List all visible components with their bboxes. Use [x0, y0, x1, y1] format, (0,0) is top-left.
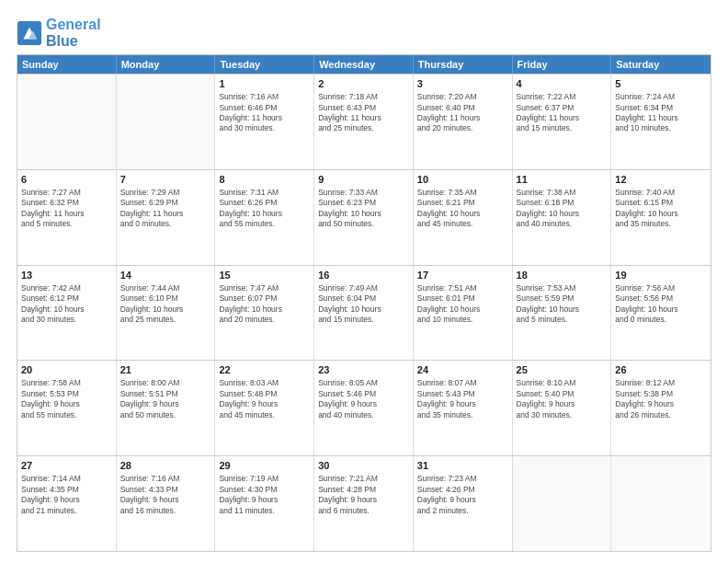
calendar-row-2: 6Sunrise: 7:27 AMSunset: 6:32 PMDaylight… — [17, 169, 711, 265]
header-day-tuesday: Tuesday — [215, 55, 314, 74]
page: General Blue SundayMondayTuesdayWednesda… — [0, 0, 728, 563]
calendar-header: SundayMondayTuesdayWednesdayThursdayFrid… — [17, 55, 711, 74]
day-number: 10 — [417, 173, 508, 187]
day-number: 17 — [417, 269, 508, 282]
day-content: Sunrise: 8:12 AMSunset: 5:38 PMDaylight:… — [615, 378, 707, 420]
day-cell-1: 1Sunrise: 7:16 AMSunset: 6:46 PMDaylight… — [215, 75, 314, 169]
day-content: Sunrise: 7:33 AMSunset: 6:23 PMDaylight:… — [318, 188, 409, 230]
day-cell-20: 20Sunrise: 7:58 AMSunset: 5:53 PMDayligh… — [17, 361, 117, 455]
day-number: 25 — [517, 363, 608, 377]
empty-cell — [117, 75, 216, 169]
day-cell-21: 21Sunrise: 8:00 AMSunset: 5:51 PMDayligh… — [117, 361, 216, 455]
day-content: Sunrise: 7:22 AMSunset: 6:37 PMDaylight:… — [517, 92, 608, 134]
day-number: 6 — [21, 173, 112, 187]
day-cell-31: 31Sunrise: 7:23 AMSunset: 4:26 PMDayligh… — [414, 456, 513, 551]
day-content: Sunrise: 7:14 AMSunset: 4:35 PMDaylight:… — [21, 474, 112, 516]
empty-cell — [611, 456, 711, 551]
day-number: 28 — [120, 459, 211, 473]
day-cell-12: 12Sunrise: 7:40 AMSunset: 6:15 PMDayligh… — [611, 170, 711, 265]
logo-icon — [17, 20, 42, 46]
day-number: 12 — [615, 173, 707, 187]
logo: General Blue — [17, 17, 101, 49]
day-cell-2: 2Sunrise: 7:18 AMSunset: 6:43 PMDaylight… — [314, 75, 414, 169]
day-cell-19: 19Sunrise: 7:56 AMSunset: 5:56 PMDayligh… — [611, 266, 711, 361]
day-content: Sunrise: 7:27 AMSunset: 6:32 PMDaylight:… — [21, 188, 112, 230]
day-content: Sunrise: 7:51 AMSunset: 6:01 PMDaylight:… — [417, 283, 508, 326]
day-cell-6: 6Sunrise: 7:27 AMSunset: 6:32 PMDaylight… — [17, 170, 117, 265]
day-number: 3 — [417, 77, 508, 91]
day-number: 11 — [517, 173, 608, 187]
header-day-wednesday: Wednesday — [314, 55, 414, 74]
day-number: 18 — [517, 269, 608, 282]
header-day-sunday: Sunday — [17, 55, 117, 74]
day-number: 23 — [318, 363, 409, 377]
day-cell-16: 16Sunrise: 7:49 AMSunset: 6:04 PMDayligh… — [314, 266, 414, 361]
empty-cell — [17, 75, 117, 169]
header-day-monday: Monday — [117, 55, 216, 74]
day-content: Sunrise: 8:03 AMSunset: 5:48 PMDaylight:… — [219, 378, 310, 420]
day-number: 13 — [21, 269, 112, 282]
day-cell-30: 30Sunrise: 7:21 AMSunset: 4:28 PMDayligh… — [314, 456, 414, 551]
day-content: Sunrise: 7:38 AMSunset: 6:18 PMDaylight:… — [517, 188, 608, 230]
day-number: 22 — [219, 363, 310, 377]
calendar-row-3: 13Sunrise: 7:42 AMSunset: 6:12 PMDayligh… — [17, 265, 711, 361]
day-number: 27 — [21, 459, 112, 473]
day-cell-5: 5Sunrise: 7:24 AMSunset: 6:34 PMDaylight… — [611, 75, 711, 169]
day-content: Sunrise: 7:16 AMSunset: 4:33 PMDaylight:… — [120, 474, 211, 516]
day-content: Sunrise: 8:00 AMSunset: 5:51 PMDaylight:… — [120, 378, 211, 420]
day-cell-3: 3Sunrise: 7:20 AMSunset: 6:40 PMDaylight… — [414, 75, 513, 169]
day-content: Sunrise: 7:21 AMSunset: 4:28 PMDaylight:… — [318, 474, 409, 516]
day-number: 20 — [21, 363, 112, 377]
day-content: Sunrise: 7:49 AMSunset: 6:04 PMDaylight:… — [318, 283, 409, 326]
day-number: 7 — [120, 173, 211, 187]
day-number: 14 — [120, 269, 211, 282]
day-number: 1 — [219, 77, 310, 91]
day-number: 4 — [517, 77, 608, 91]
day-number: 19 — [615, 269, 707, 282]
day-number: 29 — [219, 459, 310, 473]
day-cell-25: 25Sunrise: 8:10 AMSunset: 5:40 PMDayligh… — [513, 361, 612, 455]
day-content: Sunrise: 7:31 AMSunset: 6:26 PMDaylight:… — [219, 188, 310, 230]
calendar-row-1: 1Sunrise: 7:16 AMSunset: 6:46 PMDaylight… — [17, 74, 711, 169]
day-content: Sunrise: 8:07 AMSunset: 5:43 PMDaylight:… — [417, 378, 508, 420]
day-number: 5 — [615, 77, 707, 91]
day-content: Sunrise: 7:16 AMSunset: 6:46 PMDaylight:… — [219, 92, 310, 134]
day-cell-26: 26Sunrise: 8:12 AMSunset: 5:38 PMDayligh… — [611, 361, 711, 455]
day-cell-8: 8Sunrise: 7:31 AMSunset: 6:26 PMDaylight… — [215, 170, 314, 265]
calendar: SundayMondayTuesdayWednesdayThursdayFrid… — [17, 54, 711, 552]
day-cell-10: 10Sunrise: 7:35 AMSunset: 6:21 PMDayligh… — [414, 170, 513, 265]
day-content: Sunrise: 7:24 AMSunset: 6:34 PMDaylight:… — [615, 92, 707, 134]
day-number: 26 — [615, 363, 707, 377]
empty-cell — [513, 456, 612, 551]
day-cell-11: 11Sunrise: 7:38 AMSunset: 6:18 PMDayligh… — [513, 170, 612, 265]
day-number: 30 — [318, 459, 409, 473]
day-content: Sunrise: 7:20 AMSunset: 6:40 PMDaylight:… — [417, 92, 508, 134]
day-content: Sunrise: 7:29 AMSunset: 6:29 PMDaylight:… — [120, 188, 211, 230]
day-cell-18: 18Sunrise: 7:53 AMSunset: 5:59 PMDayligh… — [513, 266, 612, 361]
day-number: 31 — [417, 459, 508, 473]
day-cell-28: 28Sunrise: 7:16 AMSunset: 4:33 PMDayligh… — [117, 456, 216, 551]
calendar-row-5: 27Sunrise: 7:14 AMSunset: 4:35 PMDayligh… — [17, 455, 711, 551]
day-cell-4: 4Sunrise: 7:22 AMSunset: 6:37 PMDaylight… — [513, 75, 612, 169]
day-cell-7: 7Sunrise: 7:29 AMSunset: 6:29 PMDaylight… — [117, 170, 216, 265]
day-number: 21 — [120, 363, 211, 377]
day-content: Sunrise: 7:53 AMSunset: 5:59 PMDaylight:… — [517, 283, 608, 326]
day-content: Sunrise: 7:47 AMSunset: 6:07 PMDaylight:… — [219, 283, 310, 326]
day-content: Sunrise: 7:35 AMSunset: 6:21 PMDaylight:… — [417, 188, 508, 230]
day-content: Sunrise: 7:44 AMSunset: 6:10 PMDaylight:… — [120, 283, 211, 326]
day-content: Sunrise: 7:23 AMSunset: 4:26 PMDaylight:… — [417, 474, 508, 516]
day-number: 2 — [318, 77, 409, 91]
day-content: Sunrise: 7:40 AMSunset: 6:15 PMDaylight:… — [615, 188, 707, 230]
day-cell-9: 9Sunrise: 7:33 AMSunset: 6:23 PMDaylight… — [314, 170, 414, 265]
day-cell-14: 14Sunrise: 7:44 AMSunset: 6:10 PMDayligh… — [117, 266, 216, 361]
calendar-body: 1Sunrise: 7:16 AMSunset: 6:46 PMDaylight… — [17, 74, 711, 551]
day-cell-23: 23Sunrise: 8:05 AMSunset: 5:46 PMDayligh… — [314, 361, 414, 455]
day-cell-27: 27Sunrise: 7:14 AMSunset: 4:35 PMDayligh… — [17, 456, 117, 551]
header-day-thursday: Thursday — [414, 55, 513, 74]
day-content: Sunrise: 7:42 AMSunset: 6:12 PMDaylight:… — [21, 283, 112, 326]
day-number: 8 — [219, 173, 310, 187]
day-cell-17: 17Sunrise: 7:51 AMSunset: 6:01 PMDayligh… — [414, 266, 513, 361]
day-content: Sunrise: 8:10 AMSunset: 5:40 PMDaylight:… — [517, 378, 608, 420]
day-content: Sunrise: 7:58 AMSunset: 5:53 PMDaylight:… — [21, 378, 112, 420]
header-day-friday: Friday — [513, 55, 612, 74]
